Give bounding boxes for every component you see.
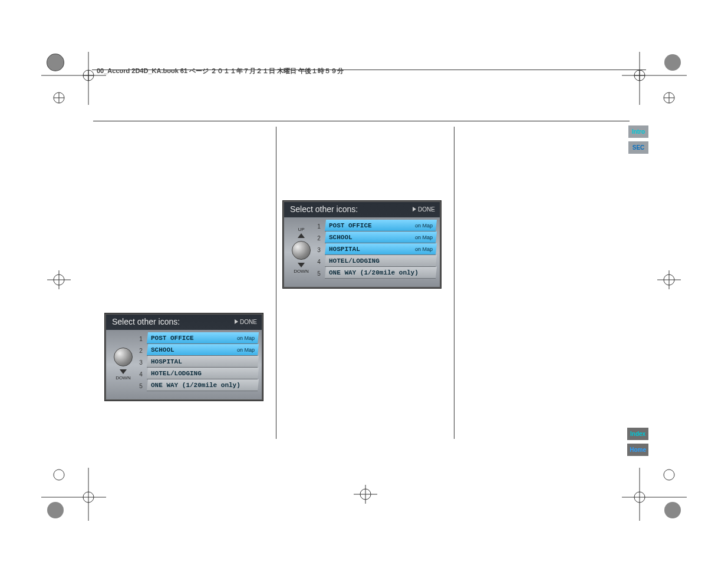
num-1: 1 [315, 221, 323, 233]
nav-a-numbers: 1 2 3 4 5 [137, 332, 145, 394]
list-item[interactable]: HOTEL/LODGING [147, 368, 259, 379]
side-tabs-top: Intro SEC [628, 125, 648, 154]
regmark-bottom-center [348, 482, 383, 506]
svg-point-28 [664, 470, 674, 480]
nav-a-title: Select other icons: [112, 317, 180, 326]
list-item[interactable]: HOSPITALon Map [325, 243, 437, 255]
list-item[interactable]: HOTEL/LODGING [325, 255, 437, 267]
dial-icon[interactable] [114, 348, 133, 366]
list-item[interactable]: POST OFFICEon Map [325, 220, 437, 232]
svg-point-10 [664, 54, 681, 71]
side-tabs-bottom: Index Home [627, 428, 648, 456]
regmark-mid-left [41, 268, 77, 292]
num-1: 1 [137, 333, 145, 345]
nav-a-left-controls: DOWN [110, 332, 137, 394]
num-5: 5 [315, 268, 323, 280]
svg-point-24 [664, 502, 681, 518]
num-5: 5 [137, 381, 145, 392]
dial-icon[interactable] [292, 241, 311, 260]
list-item[interactable]: SCHOOLon Map [147, 344, 259, 356]
list-item[interactable]: SCHOOLon Map [325, 232, 437, 243]
nav-b-list: POST OFFICEon Map SCHOOLon Map HOSPITALo… [323, 220, 436, 281]
regmark-mid-right [651, 268, 687, 292]
nav-a-titlebar: Select other icons: DONE [106, 315, 262, 330]
tab-home[interactable]: Home [627, 444, 648, 456]
list-item[interactable]: ONE WAY (1/20mile only) [147, 379, 259, 391]
content-top-rule [93, 121, 630, 121]
page-header-text: 00_Accord 2D4D_KA.book 61 ページ ２０１１年７月２１日… [97, 67, 344, 75]
nav-a-list: POST OFFICEon Map SCHOOLon Map HOSPITAL … [145, 332, 258, 394]
list-item[interactable]: ONE WAY (1/20mile only) [325, 267, 437, 279]
up-label: UP [298, 227, 304, 232]
regmark-top-right [622, 52, 687, 105]
num-4: 4 [315, 256, 323, 268]
num-3: 3 [315, 244, 323, 256]
num-4: 4 [137, 369, 145, 381]
arrow-down-icon[interactable] [120, 369, 127, 374]
num-3: 3 [137, 357, 145, 369]
nav-screenshot-a: Select other icons: DONE DOWN 1 2 3 4 5 … [105, 313, 263, 401]
column-divider-2 [454, 127, 454, 439]
arrow-up-icon[interactable] [298, 233, 305, 238]
svg-point-19 [47, 502, 64, 518]
down-label: DOWN [116, 375, 130, 381]
tab-intro[interactable]: Intro [628, 125, 648, 138]
nav-b-numbers: 1 2 3 4 5 [315, 220, 323, 281]
svg-point-1 [47, 54, 64, 71]
nav-screenshot-b: Select other icons: DONE UP DOWN 1 2 3 4… [283, 201, 441, 288]
list-item[interactable]: HOSPITAL [147, 356, 259, 368]
nav-a-done[interactable]: DONE [235, 319, 257, 325]
list-item[interactable]: POST OFFICEon Map [147, 332, 259, 344]
down-label: DOWN [294, 269, 308, 274]
nav-b-title: Select other icons: [290, 204, 358, 214]
num-2: 2 [137, 345, 145, 357]
nav-b-left-controls: UP DOWN [288, 220, 315, 281]
nav-b-titlebar: Select other icons: DONE [284, 202, 440, 217]
column-divider-1 [276, 127, 276, 439]
nav-b-done[interactable]: DONE [413, 206, 435, 213]
regmark-top-left [41, 52, 106, 105]
tab-index[interactable]: Index [627, 428, 648, 440]
tab-sec[interactable]: SEC [628, 141, 648, 154]
arrow-down-icon[interactable] [298, 263, 305, 267]
regmark-bottom-left [41, 468, 106, 521]
page-header-rule [92, 70, 646, 70]
num-2: 2 [315, 233, 323, 244]
svg-point-23 [54, 470, 64, 480]
regmark-bottom-right [622, 468, 687, 521]
